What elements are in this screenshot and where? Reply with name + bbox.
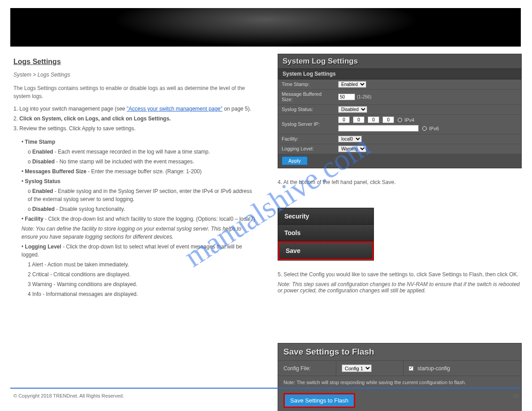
opt-desc: - Disable syslog functionality.: [55, 206, 125, 212]
save-to-flash-button[interactable]: Save Settings to Flash: [283, 393, 355, 408]
top-banner: [10, 8, 521, 47]
facility-select[interactable]: local0: [338, 136, 362, 142]
field-logging-level: • Logging Level - Click the drop-down li…: [21, 243, 255, 298]
opt-desc: - Each event message recorded in the log…: [53, 149, 210, 155]
opt-desc: - No time stamp will be included with th…: [55, 158, 194, 165]
flash-panel: Save Settings to Flash Config File: Conf…: [278, 343, 522, 411]
label-syslog-status: Syslog Status:: [278, 105, 336, 114]
label-buffer: Message Buffered Size:: [278, 90, 336, 104]
level-1: 1 Alert - Action must be taken immediate…: [28, 261, 255, 269]
opt-disabled: Disabled: [32, 158, 55, 165]
field-list: • Time Stamp o Enabled - Each event mess…: [21, 138, 255, 298]
step-3: 3. Review the settings. Click Apply to s…: [13, 124, 255, 133]
ipv6-label: IPv6: [429, 126, 439, 131]
row-logging: Logging Level: Warning: [278, 144, 521, 154]
field-facility: • Facility - Click the drop-down list an…: [21, 215, 255, 223]
step-after: on page 5).: [224, 106, 251, 112]
step-num: 2.: [13, 116, 18, 122]
step-1: 1. Log into your switch management page …: [13, 105, 255, 113]
step-text: Click on System, click on Logs, and clic…: [19, 116, 171, 122]
right-column: System Log Settings System Log Settings …: [278, 54, 522, 411]
panel-subtitle: System Log Settings: [278, 68, 521, 79]
radio-ipv6[interactable]: [422, 126, 427, 131]
syslog-panel: System Log Settings System Log Settings …: [278, 54, 522, 168]
ipv6-input[interactable]: [338, 125, 419, 132]
flash-note: Note: The switch will stop responding wh…: [278, 376, 521, 389]
step-num: 4.: [278, 179, 282, 185]
field-desc: - Enter the message buffer size. (Range:…: [86, 168, 202, 175]
footer-divider: [10, 388, 521, 389]
panel-title: System Log Settings: [278, 54, 521, 68]
footer-copyright: © Copyright 2018 TRENDnet. All Rights Re…: [13, 393, 124, 398]
ip-octet-1[interactable]: [338, 116, 350, 123]
opt-enabled: Enabled: [32, 188, 53, 194]
label-syslog-ip: Syslog Server IP:: [278, 120, 336, 128]
label-facility: Facility:: [278, 134, 336, 143]
step-text: Review the settings. Click Apply to save…: [19, 125, 135, 132]
config-file-select[interactable]: Config 1: [342, 364, 372, 372]
nav-tools[interactable]: Tools: [278, 225, 373, 241]
intro-text: The Logs Settings contains settings to e…: [13, 84, 255, 100]
step-num: 3.: [13, 125, 18, 132]
footer-page: 28: [513, 393, 519, 398]
facility-note: Note: You can define the facility to sto…: [21, 225, 255, 241]
ip-octet-3[interactable]: [368, 116, 379, 123]
step-5: 5. Select the Config you would like to s…: [278, 271, 522, 278]
ipv4-label: IPv4: [404, 117, 414, 123]
section-path: System > Logs Settings: [13, 71, 255, 79]
syslog-status-select[interactable]: Disabled: [338, 106, 367, 113]
buffer-range: (1-256): [357, 94, 371, 99]
nav-save[interactable]: Save: [278, 241, 373, 260]
step-num: 1.: [13, 106, 18, 112]
field-desc: - Click the drop-down list and which fac…: [43, 216, 255, 222]
radio-ipv4[interactable]: [398, 118, 402, 122]
buffer-input[interactable]: [338, 94, 355, 100]
ref-link[interactable]: "Access your switch management page": [127, 106, 223, 112]
flash-title: Save Settings to Flash: [278, 343, 521, 360]
nav-security[interactable]: Security: [278, 208, 373, 225]
field-label: Messages Buffered Size: [25, 168, 86, 175]
step-list: 1. Log into your switch management page …: [13, 105, 255, 133]
step-4: 4. At the bottom of the left hand panel,…: [278, 179, 522, 185]
ip-octet-2[interactable]: [353, 116, 365, 123]
label-logging: Logging Level:: [278, 144, 336, 153]
level-4: 4 Info - Informational messages are disp…: [28, 290, 255, 298]
time-stamp-select[interactable]: Enabled: [338, 81, 366, 88]
step-text: Select the Config you would like to save…: [283, 271, 518, 278]
flash-config-row: Config File: Config 1 startup-config: [278, 360, 521, 376]
step-text: Log into your switch management page (se…: [19, 106, 126, 112]
label-time-stamp: Time Stamp:: [278, 80, 336, 89]
startup-config-checkbox[interactable]: [409, 366, 413, 371]
field-label: Logging Level: [25, 244, 61, 250]
row-facility: Facility: local0: [278, 134, 521, 144]
step-text: At the bottom of the left hand panel, cl…: [283, 179, 396, 185]
opt-disabled: Disabled: [32, 206, 55, 212]
opt-enabled: Enabled: [32, 149, 53, 155]
row-syslog-status: Syslog Status: Disabled: [278, 104, 521, 114]
level-2: 2 Critical - Critical conditions are dis…: [28, 270, 255, 278]
field-time-stamp: • Time Stamp o Enabled - Each event mess…: [21, 138, 255, 166]
level-3: 3 Warning - Warning conditions are displ…: [28, 280, 255, 288]
logging-select[interactable]: Warning: [338, 146, 366, 152]
flash-btn-row: Save Settings to Flash: [278, 389, 521, 411]
left-column: Logs Settings System > Logs Settings The…: [13, 56, 255, 303]
page: manualshive.com Logs Settings System > L…: [0, 0, 532, 411]
field-label: Facility: [25, 216, 43, 222]
field-syslog-status: • Syslog Status o Enabled - Enable syslo…: [21, 177, 255, 213]
field-label: Syslog Status: [25, 178, 60, 184]
apply-button[interactable]: Apply: [282, 156, 308, 165]
step-num: 5.: [278, 271, 282, 278]
label-config-file: Config File:: [278, 362, 336, 375]
field-label: Time Stamp: [25, 139, 56, 145]
apply-row: Apply: [278, 154, 521, 168]
ip-octet-4[interactable]: [382, 116, 394, 123]
step-2: 2. Click on System, click on Logs, and c…: [13, 115, 255, 123]
nav-block: Security Tools Save: [278, 208, 374, 261]
startup-config-cell: startup-config: [403, 362, 455, 375]
row-buffer: Message Buffered Size: (1-256): [278, 89, 521, 104]
step-5-note: Note: This step saves all configuration …: [278, 281, 522, 294]
row-time-stamp: Time Stamp: Enabled: [278, 79, 521, 89]
opt-desc: - Enable syslog and in the Syslog Server…: [28, 188, 252, 202]
startup-config-label: startup-config: [417, 365, 450, 372]
row-syslog-ip: Syslog Server IP: . . . IPv4: [278, 114, 521, 134]
